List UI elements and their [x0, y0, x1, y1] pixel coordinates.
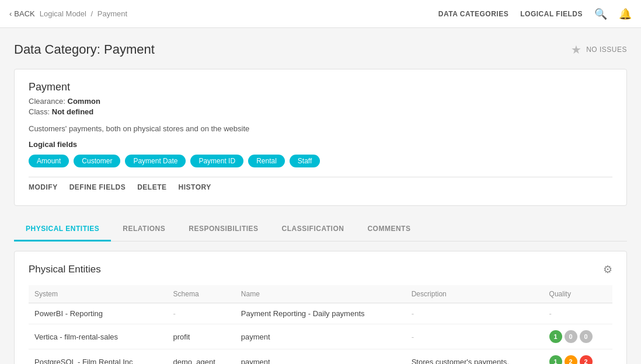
- quality-badge: 2: [580, 355, 593, 364]
- class-label: Class:: [29, 107, 50, 116]
- history-button[interactable]: HISTORY: [179, 183, 211, 191]
- col-quality: Quality: [544, 285, 612, 303]
- col-system: System: [29, 285, 168, 303]
- col-schema: Schema: [168, 285, 235, 303]
- cell-schema: demo_agent: [168, 349, 235, 365]
- tag-payment-date[interactable]: Payment Date: [125, 155, 186, 167]
- cell-quality: 122: [544, 349, 612, 365]
- breadcrumb-sep: /: [91, 9, 93, 18]
- cell-description: Stores customer's payments.: [406, 349, 544, 365]
- tag-amount[interactable]: Amount: [29, 155, 69, 167]
- data-categories-link[interactable]: DATA CATEGORIES: [438, 10, 508, 18]
- col-name: Name: [235, 285, 406, 303]
- tab-bar: PHYSICAL ENTITIES RELATIONS RESPONSIBILI…: [14, 218, 627, 242]
- quality-badges: 122: [549, 355, 607, 364]
- tag-rental[interactable]: Rental: [248, 155, 285, 167]
- cell-description: -: [406, 303, 544, 324]
- logical-field-tags: Amount Customer Payment Date Payment ID …: [29, 155, 612, 167]
- tab-classification[interactable]: CLASSIFICATION: [270, 218, 356, 242]
- logical-fields-label: Logical fields: [29, 140, 612, 149]
- back-label: BACK: [14, 9, 34, 18]
- card-title: Payment: [29, 81, 612, 93]
- cell-quality: -: [544, 303, 612, 324]
- class-meta: Class: Not defined: [29, 107, 612, 116]
- clearance-label: Clearance:: [29, 97, 65, 106]
- tab-physical-entities[interactable]: PHYSICAL ENTITIES: [14, 218, 111, 242]
- breadcrumb-root[interactable]: Logical Model: [40, 9, 86, 18]
- col-description: Description: [406, 285, 544, 303]
- page-header-right: ★ NO ISSUES: [571, 43, 627, 57]
- cell-name: Payment Reporting - Daily payments: [235, 303, 406, 324]
- table-header-row: System Schema Name Description Quality: [29, 285, 612, 303]
- nav-right: DATA CATEGORIES LOGICAL FIELDS 🔍 🔔: [438, 8, 632, 20]
- cell-schema: -: [168, 303, 235, 324]
- breadcrumb: Logical Model / Payment: [40, 9, 127, 18]
- table-row: Vertica - film-rental-salesprofitpayment…: [29, 324, 612, 349]
- tag-customer[interactable]: Customer: [74, 155, 120, 167]
- clearance-value: Common: [68, 97, 100, 106]
- tag-payment-id[interactable]: Payment ID: [190, 155, 243, 167]
- tab-responsibilities[interactable]: RESPONSIBILITIES: [177, 218, 270, 242]
- modify-button[interactable]: MODIFY: [29, 183, 58, 191]
- table-row: PowerBI - Reporting-Payment Reporting - …: [29, 303, 612, 324]
- class-value: Not defined: [52, 107, 94, 116]
- clearance-meta: Clearance: Common: [29, 97, 612, 106]
- cell-name: payment: [235, 349, 406, 365]
- table-row: PostgreSQL - Film Rental Incdemo_agentpa…: [29, 349, 612, 365]
- bell-icon[interactable]: 🔔: [619, 8, 632, 20]
- cell-system: PowerBI - Reporting: [29, 303, 168, 324]
- quality-badge: 1: [549, 355, 562, 364]
- define-fields-button[interactable]: DEFINE FIELDS: [69, 183, 126, 191]
- favorite-icon[interactable]: ★: [571, 43, 581, 57]
- payment-card: Payment Clearance: Common Class: Not def…: [14, 69, 627, 206]
- back-button[interactable]: ‹ BACK: [9, 9, 35, 18]
- search-icon[interactable]: 🔍: [594, 8, 607, 20]
- cell-quality: 100: [544, 324, 612, 349]
- physical-entities-section: Physical Entities ⚙ System Schema Name D…: [14, 251, 627, 364]
- physical-entities-table: System Schema Name Description Quality P…: [29, 285, 612, 364]
- tag-staff[interactable]: Staff: [290, 155, 320, 167]
- quality-badges: 100: [549, 330, 607, 343]
- card-description: Customers' payments, both on physical st…: [29, 124, 612, 133]
- settings-icon[interactable]: ⚙: [603, 263, 612, 276]
- quality-badge: 0: [565, 330, 577, 343]
- breadcrumb-current: Payment: [97, 9, 127, 18]
- nav-left: ‹ BACK Logical Model / Payment: [9, 9, 127, 18]
- tab-comments[interactable]: COMMENTS: [356, 218, 422, 242]
- cell-name: payment: [235, 324, 406, 349]
- no-issues-badge: NO ISSUES: [586, 46, 627, 54]
- section-title: Physical Entities: [29, 264, 101, 275]
- main-content: Data Category: Payment ★ NO ISSUES Payme…: [0, 28, 641, 364]
- delete-button[interactable]: DELETE: [137, 183, 166, 191]
- top-nav: ‹ BACK Logical Model / Payment DATA CATE…: [0, 0, 641, 28]
- back-arrow-icon: ‹: [9, 9, 12, 18]
- tab-relations[interactable]: RELATIONS: [111, 218, 177, 242]
- cell-description: -: [406, 324, 544, 349]
- section-header: Physical Entities ⚙: [29, 263, 612, 276]
- quality-badge: 0: [580, 330, 593, 343]
- cell-system: Vertica - film-rental-sales: [29, 324, 168, 349]
- cell-schema: profit: [168, 324, 235, 349]
- action-bar: MODIFY DEFINE FIELDS DELETE HISTORY: [29, 177, 612, 194]
- cell-system: PostgreSQL - Film Rental Inc: [29, 349, 168, 365]
- quality-badge: 2: [565, 355, 577, 364]
- quality-badge: 1: [549, 330, 562, 343]
- page-header: Data Category: Payment ★ NO ISSUES: [14, 42, 627, 57]
- logical-fields-link[interactable]: LOGICAL FIELDS: [520, 10, 583, 18]
- page-title: Data Category: Payment: [14, 42, 155, 57]
